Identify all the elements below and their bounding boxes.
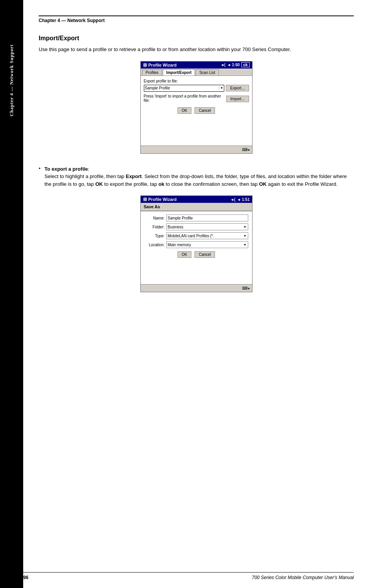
device-body-2: Name: Sample Profile Folder: Business ▼ … [141,211,252,284]
volume-icon-2: ◄( [230,197,235,202]
name-input[interactable]: Sample Profile [166,214,248,221]
device-body-1: Export profile to file: Sample Profile ▼… [141,76,252,146]
bullet-text4: to close the confirmation screen, then t… [164,181,259,187]
ok-button-1[interactable]: OK [177,107,191,114]
bullet-text1: Select to highlight a profile, then tap [44,173,126,179]
device-logo-icon-1: ⊞ [143,62,147,68]
bullet-section: • To export a profile: Select to highlig… [39,165,354,188]
page-footer: 96 700 Series Color Mobile Computer User… [23,572,354,580]
bullet-export-bold: Export [126,173,142,179]
keyboard-icon-1: ⌨ [242,147,247,152]
bullet-ok-lower: ok [159,181,164,187]
type-value: MobileLAN card Profiles (*. [168,234,214,238]
import-button[interactable]: Import... [226,96,249,102]
type-dropdown[interactable]: MobileLAN card Profiles (*. ▼ [166,232,248,239]
device-time-vol-1: ◄( ◄ 1:50 ok [220,62,250,67]
sidebar: Chapter 4 — Network Support [0,0,23,588]
bullet-bold-prefix: To export a profile [44,166,88,172]
section-description: Use this page to send a profile or to re… [39,46,354,53]
bullet-text3: to export the profile, tap [103,181,159,187]
titlebar-left-2: ⊞ Profile Wizard [143,197,177,202]
device-tabs-1: Profiles Import/Export Scan List [141,69,252,76]
titlebar-ok-button-1[interactable]: ok [241,62,250,67]
tab-profiles-1[interactable]: Profiles [142,69,162,75]
arrow-up-icon-2: ▲ [247,286,251,290]
save-as-header: Save As [141,203,252,211]
bullet-ok-bold2: OK [259,181,267,187]
cancel-button-2[interactable]: Cancel [194,251,215,258]
device-time-vol-2: ◄( ◄ 1:51 [230,197,250,202]
device-button-row-1: OK Cancel [144,107,249,114]
device-screenshot-2: ⊞ Profile Wizard ◄( ◄ 1:51 Save As Name:… [140,195,252,292]
cancel-button-1[interactable]: Cancel [194,107,215,114]
main-content: Chapter 4 — Network Support Import/Expor… [23,0,377,588]
ok-button-2[interactable]: OK [177,251,191,258]
import-description: Press 'Import' to import a profile from … [144,94,225,103]
folder-label: Folder: [145,225,165,229]
device-footer-2: ⌨ ▲ [141,284,252,292]
export-row: Sample Profile ▼ Export... [144,85,249,92]
type-arrow-icon: ▼ [244,234,247,238]
titlebar-title-2: Profile Wizard [148,197,177,202]
folder-dropdown[interactable]: Business ▼ [166,223,248,230]
bullet-text5: again to exit the Profile Wizard. [266,181,338,187]
export-button[interactable]: Export... [226,85,249,91]
folder-row: Folder: Business ▼ [145,223,248,230]
type-row: Type: MobileLAN card Profiles (*. ▼ [145,232,248,239]
bullet-content-export: To export a profile: Select to highlight… [44,165,354,188]
location-row: Location: Main memory ▼ [145,241,248,248]
section-heading: Import/Export [39,35,354,42]
device-button-row-2: OK Cancel [145,251,248,258]
location-label: Location: [145,243,165,247]
tab-importexport-1[interactable]: Import/Export [163,69,195,75]
bullet-ok-bold: OK [95,181,103,187]
export-label: Export profile to file: [144,79,249,83]
device-titlebar-2: ⊞ Profile Wizard ◄( ◄ 1:51 [141,196,252,203]
page-number: 96 [23,575,28,580]
device-footer-1: ⌨ ▲ [141,146,252,153]
arrow-up-icon-1: ▲ [247,148,251,151]
location-dropdown[interactable]: Main memory ▼ [166,241,248,248]
folder-value: Business [168,225,184,229]
time-display-2: ◄ 1:51 [237,197,250,202]
chapter-header: Chapter 4 — Network Support [39,15,354,23]
tab-scanlist-1[interactable]: Scan List [196,69,218,75]
sidebar-chapter-text: Chapter 4 — Network Support [9,44,15,116]
titlebar-title-1: Profile Wizard [148,63,177,67]
folder-arrow-icon: ▼ [244,225,247,229]
volume-icon-1: ◄( [220,63,225,67]
time-display-1: ◄ 1:50 [227,63,240,67]
titlebar-left-1: ⊞ Profile Wizard [143,62,177,68]
device-logo-icon-2: ⊞ [143,197,147,202]
name-label: Name: [145,216,165,220]
profile-value: Sample Profile [145,86,170,90]
keyboard-icon-2: ⌨ [242,286,247,290]
device-screenshot-1: ⊞ Profile Wizard ◄( ◄ 1:50 ok Profiles I… [140,61,252,154]
location-value: Main memory [168,243,191,247]
bullet-item-export: • To export a profile: Select to highlig… [39,165,354,188]
bullet-colon: : [88,166,89,172]
dropdown-arrow-icon: ▼ [219,86,223,90]
bullet-dot: • [39,166,41,188]
name-row: Name: Sample Profile [145,214,248,221]
profile-dropdown[interactable]: Sample Profile ▼ [144,85,225,92]
import-label-row: Press 'Import' to import a profile from … [144,94,249,104]
type-label: Type: [145,234,165,238]
location-arrow-icon: ▼ [244,243,247,247]
footer-title: 700 Series Color Mobile Computer User's … [252,575,354,580]
device-titlebar-1: ⊞ Profile Wizard ◄( ◄ 1:50 ok [141,62,252,69]
